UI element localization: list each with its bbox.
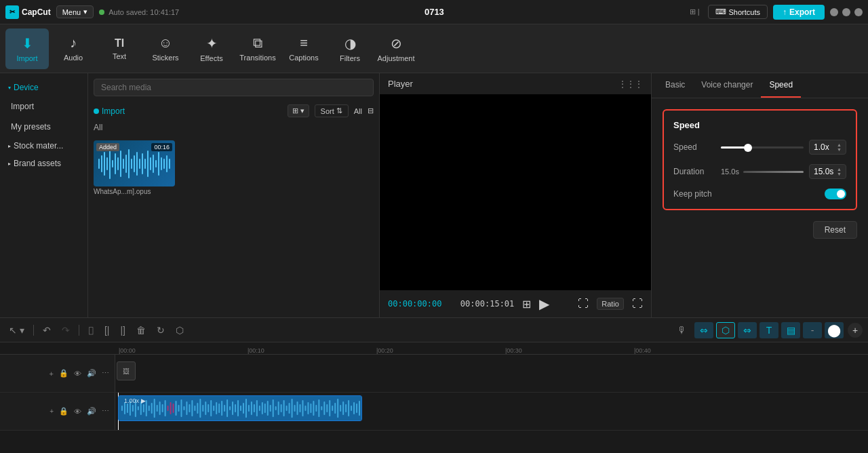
- player-header: Player ⋮⋮⋮: [380, 73, 651, 94]
- tool-transitions[interactable]: ⧉ Transitions: [236, 28, 279, 69]
- minus-zoom-icon[interactable]: -: [803, 322, 822, 338]
- svg-rect-80: [262, 402, 263, 414]
- shortcuts-button[interactable]: ⌨ Shortcuts: [708, 5, 768, 19]
- search-input[interactable]: [94, 79, 374, 96]
- sidebar-item-import[interactable]: Import: [3, 96, 85, 117]
- speed-slider[interactable]: [721, 146, 804, 149]
- split-clip-icon[interactable]: ⬡: [716, 322, 735, 338]
- cover-track-item[interactable]: 🖼: [117, 361, 136, 380]
- all-filter-button[interactable]: All: [354, 107, 362, 115]
- tool-effects[interactable]: ✦ Effects: [190, 28, 233, 69]
- import-button[interactable]: Import: [94, 106, 125, 116]
- add-audio-icon[interactable]: +: [50, 408, 54, 415]
- duration-increment-button[interactable]: ▲: [837, 167, 842, 172]
- eye-icon[interactable]: 👁: [74, 370, 81, 378]
- fit-screen-button[interactable]: ⛶: [578, 298, 589, 310]
- svg-rect-18: [147, 151, 149, 177]
- speed-section: Speed Speed 1.0x ▲ ▼: [663, 109, 857, 210]
- keyboard-icon: ⌨: [715, 7, 726, 16]
- undo-button[interactable]: ↶: [39, 323, 54, 337]
- trim-start-button[interactable]: [|: [101, 323, 113, 337]
- tool-adjustment[interactable]: ⊘ Adjustment: [374, 28, 418, 69]
- shield-button[interactable]: ⬡: [172, 323, 187, 337]
- link-clip-icon[interactable]: ⇔: [694, 322, 713, 338]
- svg-rect-107: [334, 403, 336, 414]
- redo-button[interactable]: ↷: [58, 323, 73, 337]
- speed-decrement-button[interactable]: ▼: [837, 147, 842, 152]
- add-track-button[interactable]: +: [848, 323, 863, 338]
- close-button[interactable]: [854, 8, 863, 16]
- export-button[interactable]: ↑ Export: [773, 5, 825, 20]
- duration-slider[interactable]: [743, 171, 804, 173]
- tab-speed[interactable]: Speed: [761, 73, 801, 98]
- keep-pitch-toggle[interactable]: [825, 189, 846, 199]
- svg-rect-85: [275, 406, 277, 410]
- ratio-button[interactable]: Ratio: [597, 298, 624, 310]
- svg-rect-94: [300, 404, 301, 412]
- trim-end-button[interactable]: |]: [117, 323, 129, 337]
- svg-rect-51: [183, 406, 184, 410]
- sidebar-item-device[interactable]: ▾ Device: [0, 79, 87, 96]
- speed-slider-thumb[interactable]: [744, 144, 752, 152]
- right-tabs: Basic Voice changer Speed: [652, 73, 868, 98]
- grid-view-toggle[interactable]: ⊞: [522, 298, 531, 311]
- tab-basic[interactable]: Basic: [657, 73, 693, 98]
- more-icon[interactable]: ⋯: [102, 369, 109, 378]
- sort-button[interactable]: Sort ⇅: [315, 104, 349, 117]
- svg-rect-90: [289, 403, 290, 414]
- speed-increment-button[interactable]: ▲: [837, 142, 842, 147]
- media-panel: Import ⊞ ▾ Sort ⇅ All ⊟ All: [88, 73, 380, 317]
- delete-button[interactable]: 🗑: [133, 323, 149, 337]
- tool-text[interactable]: TI Text: [98, 28, 141, 69]
- sidebar-item-brand-assets[interactable]: ▸ Brand assets: [0, 155, 87, 172]
- reset-button[interactable]: Reset: [813, 221, 857, 239]
- record-button[interactable]: 🎙: [674, 323, 690, 337]
- svg-rect-76: [251, 401, 252, 415]
- grid-view-button[interactable]: ⊞ ▾: [288, 104, 309, 117]
- video-track-label: + 🔒 👁 🔊 ⋯: [0, 355, 115, 392]
- speed-value-input[interactable]: 1.0x ▲ ▼: [809, 140, 846, 155]
- volume-icon-2[interactable]: 🔊: [87, 407, 96, 416]
- window-controls: [830, 8, 863, 16]
- duration-value-input[interactable]: 15.0s ▲ ▼: [809, 164, 846, 179]
- maximize-button[interactable]: [842, 8, 850, 16]
- play-button[interactable]: ▶: [539, 296, 549, 312]
- cover-thumb[interactable]: 🖼: [117, 361, 136, 380]
- svg-rect-114: [353, 402, 355, 414]
- tool-stickers[interactable]: ☺ Stickers: [144, 28, 187, 69]
- lock-icon[interactable]: 🔒: [59, 369, 68, 378]
- audio-clip[interactable]: 1.00x ▶: [118, 395, 362, 421]
- svg-rect-41: [157, 405, 158, 412]
- svg-rect-73: [243, 403, 244, 414]
- tool-filters[interactable]: ◑ Filters: [328, 28, 372, 69]
- plus-zoom-icon[interactable]: ⬤: [825, 322, 844, 338]
- text-clip-icon[interactable]: T: [760, 322, 778, 338]
- svg-rect-26: [169, 159, 170, 169]
- rotate-button[interactable]: ↻: [153, 323, 168, 337]
- add-video-icon[interactable]: +: [50, 370, 54, 378]
- speed-slider-track: [721, 146, 804, 149]
- menu-button[interactable]: Menu ▾: [56, 5, 94, 18]
- more-icon-2[interactable]: ⋯: [102, 407, 109, 416]
- volume-icon[interactable]: 🔊: [87, 369, 96, 378]
- tool-audio[interactable]: ♪ Audio: [52, 28, 95, 69]
- minimize-button[interactable]: [830, 8, 838, 16]
- filter-button[interactable]: ⊟: [368, 106, 374, 115]
- video-icon[interactable]: ▤: [781, 322, 800, 338]
- screen-layout-icon[interactable]: ⊞ |: [690, 7, 700, 16]
- lock-icon-2[interactable]: 🔒: [59, 407, 68, 416]
- tool-captions[interactable]: ≡ Captions: [282, 28, 326, 69]
- eye-icon-2[interactable]: 👁: [74, 408, 81, 416]
- select-tool-button[interactable]: ↖ ▾: [5, 323, 28, 337]
- tool-import[interactable]: ⬇ Import: [5, 28, 49, 69]
- sidebar-item-my-presets[interactable]: My presets: [3, 117, 85, 137]
- player-menu-icon[interactable]: ⋮⋮⋮: [618, 79, 643, 89]
- svg-rect-74: [245, 399, 247, 418]
- split-button[interactable]: ⌷: [85, 323, 97, 337]
- list-item[interactable]: Added 00:16 WhatsAp...m].opus: [94, 140, 175, 195]
- fullscreen-button[interactable]: ⛶: [632, 298, 643, 310]
- merge-icon[interactable]: ⇔: [738, 322, 757, 338]
- sidebar-item-stock-materials[interactable]: ▸ Stock mater...: [0, 137, 87, 155]
- duration-decrement-button[interactable]: ▼: [837, 172, 842, 176]
- tab-voice-changer[interactable]: Voice changer: [693, 73, 761, 98]
